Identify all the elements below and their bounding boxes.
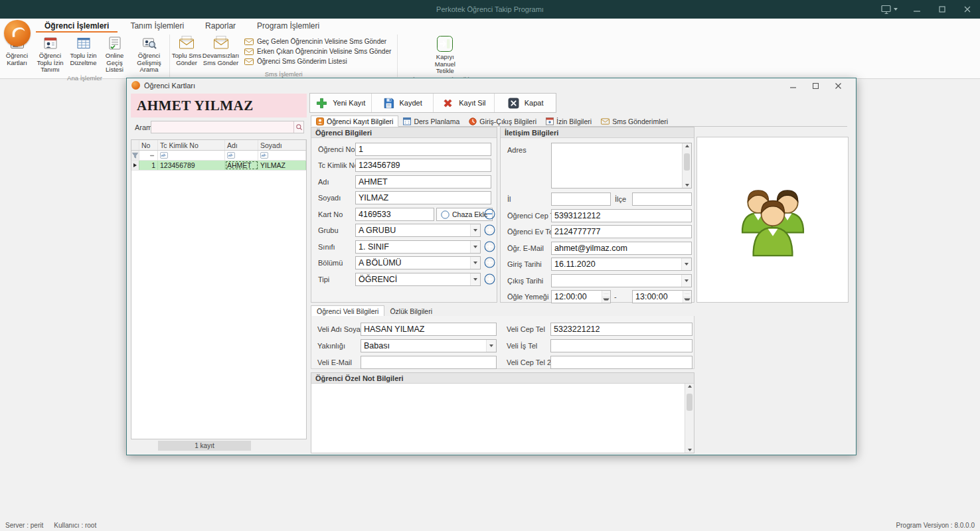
search-button[interactable] [293,121,303,133]
dropdown-button[interactable] [470,224,480,236]
ribbon-button-gec-gelen-sms[interactable]: Geç Gelen Öğrencinin Velisine Sms Gönder [242,37,393,46]
grid-row-selected[interactable]: 1 123456789 AHMET YILMAZ [131,161,306,171]
ribbon-tab-raporlar[interactable]: Raporlar [197,19,244,33]
student-grid[interactable]: No Tc Kimlik No Adı Soyadı 1 123456789 A… [131,139,307,439]
tab-ders-planlama[interactable]: Ders Planlama [398,115,464,127]
tipi-combo[interactable]: ÖĞRENCİ [355,273,481,286]
grid-column-soyadi[interactable]: Soyadı [258,140,306,150]
ilce-input[interactable] [632,192,692,206]
ribbon-button-devamsizlar-sms[interactable]: Devamsızları Sms Gönder [202,34,240,66]
ribbon-button-erken-cikan-sms[interactable]: Erken Çıkan Öğrencinin Velisine Sms Gönd… [242,47,393,56]
ribbon-button-sms-gonderim-listesi[interactable]: Öğrenci Sms Gönderim Listesi [242,57,393,66]
adi-input[interactable] [355,175,491,189]
sinifi-combo[interactable]: 1. SINIF [355,240,481,254]
filter-cell-soyadi[interactable] [258,151,306,160]
kart-no-input[interactable] [355,208,434,221]
card-reader-button[interactable] [484,208,495,220]
notes-scrollbar[interactable] [685,384,694,453]
ogrenci-cep-input[interactable] [551,209,692,222]
bolumu-combo[interactable]: A BÖLÜMÜ [355,256,481,269]
notes-textarea[interactable] [311,384,694,453]
ribbon-button-toplu-sms[interactable]: Toplu Sms Gönder [171,34,202,66]
cikis-tarihi-picker[interactable] [551,274,692,287]
new-record-button[interactable]: Yeni Kayıt [310,94,372,112]
add-tip-button[interactable] [484,273,495,285]
veli-is-tel-input[interactable] [550,339,693,352]
scroll-thumb[interactable] [687,394,693,411]
student-photo-box[interactable] [696,137,849,303]
tab-giris-cikis-bilgileri[interactable]: Giriş-Çıkış Bilgileri [464,115,541,127]
scroll-down-icon[interactable] [685,184,689,187]
ogrenci-ev-input[interactable] [551,225,692,238]
window-close-button[interactable] [827,79,849,92]
add-sinif-button[interactable] [484,241,495,252]
giris-tarihi-picker[interactable]: 16.11.2020 [551,258,692,271]
add-bolum-button[interactable] [484,257,495,268]
filter-cell-no[interactable] [139,151,158,160]
veli-adsoyad-input[interactable] [361,323,497,336]
dropdown-button[interactable] [470,273,480,285]
spinner-buttons[interactable] [683,291,691,303]
spinner-buttons[interactable] [602,291,610,303]
veli-cep-input[interactable] [550,323,693,336]
cell-soyadi[interactable]: YILMAZ [258,161,306,170]
grid-column-tc[interactable]: Tc Kimlik No [158,140,225,150]
tab-ogrenci-kayit-bilgileri[interactable]: Öğrenci Kayıt Bilgileri [311,115,398,127]
cell-no[interactable]: 1 [139,161,158,170]
grid-column-no[interactable]: No [139,140,158,150]
tab-izin-bilgileri[interactable]: İzin Bilgileri [541,115,596,127]
add-grubu-button[interactable] [484,224,495,236]
close-window-button[interactable]: Kapat [495,94,556,112]
window-minimize-button[interactable] [781,79,804,92]
ribbon-tab-ogrenci-islemleri[interactable]: Öğrenci İşlemleri [36,19,118,33]
maximize-button[interactable] [930,0,955,19]
scroll-thumb[interactable] [684,153,690,171]
tab-sms-gonderimleri[interactable]: Sms Gönderimleri [596,115,673,127]
ribbon-tab-program-islemleri[interactable]: Program İşlemleri [248,19,328,33]
filter-funnel-icon[interactable] [131,151,139,160]
window-titlebar[interactable]: Öğrenci Kartları [127,78,856,92]
app-logo-icon[interactable] [4,20,31,46]
veli-email-input[interactable] [361,356,497,369]
tc-kimlik-input[interactable] [355,159,491,172]
grubu-combo[interactable]: A GRUBU [355,224,481,237]
ribbon-button-gelismis-arama[interactable]: Öğrenci Gelişmiş Arama [130,34,168,74]
adres-scrollbar[interactable] [682,143,691,188]
ribbon-button-toplu-izin-duzeltme[interactable]: Toplu İzin Düzeltme [68,34,99,66]
ribbon-button-toplu-izin-tanimi[interactable]: Öğrenci Toplu İzin Tanımı [33,34,68,74]
scroll-down-icon[interactable] [688,449,692,451]
dropdown-button[interactable] [470,257,480,269]
search-input[interactable] [151,121,293,133]
tab-ogrenci-veli-bilgileri[interactable]: Öğrenci Veli Bilgileri [311,305,384,317]
yakinligi-combo[interactable]: Babası [361,339,497,352]
system-tray-icon[interactable] [874,0,904,19]
ribbon-tab-tanim-islemleri[interactable]: Tanım İşlemleri [122,19,193,33]
grid-filter-row[interactable] [131,151,306,161]
tab-ozluk-bilgileri[interactable]: Özlük Bilgileri [384,305,438,317]
cell-tc[interactable]: 123456789 [158,161,225,170]
cell-adi[interactable]: AHMET [225,161,258,170]
grid-column-adi[interactable]: Adı [225,140,258,150]
dropdown-button[interactable] [681,275,691,287]
yemek-bitis-spinner[interactable]: 13:00:00 [632,290,692,303]
save-button[interactable]: Kaydet [372,94,434,112]
close-button[interactable] [955,0,980,19]
adres-textarea[interactable] [551,143,692,189]
dropdown-button[interactable] [470,241,480,253]
dropdown-button[interactable] [681,258,691,270]
veli-cep2-input[interactable] [550,356,693,369]
window-maximize-button[interactable] [804,79,827,92]
minimize-button[interactable] [904,0,930,19]
filter-cell-tc[interactable] [158,151,225,160]
soyadi-input[interactable] [355,191,491,204]
ribbon-button-kapiyi-manuel-tetikle[interactable]: Kapıyı Manuel Tetikle [426,34,464,75]
filter-cell-adi[interactable] [225,151,258,160]
yemek-baslangic-spinner[interactable]: 12:00:00 [551,290,611,303]
scroll-up-icon[interactable] [688,385,692,388]
scroll-up-icon[interactable] [685,145,689,147]
ogr-email-input[interactable] [551,242,692,255]
dropdown-button[interactable] [486,340,496,352]
ogrenci-no-input[interactable] [355,143,491,156]
ribbon-button-online-gecis-listesi[interactable]: Online Geçiş Listesi [99,34,130,74]
il-input[interactable] [551,192,611,206]
